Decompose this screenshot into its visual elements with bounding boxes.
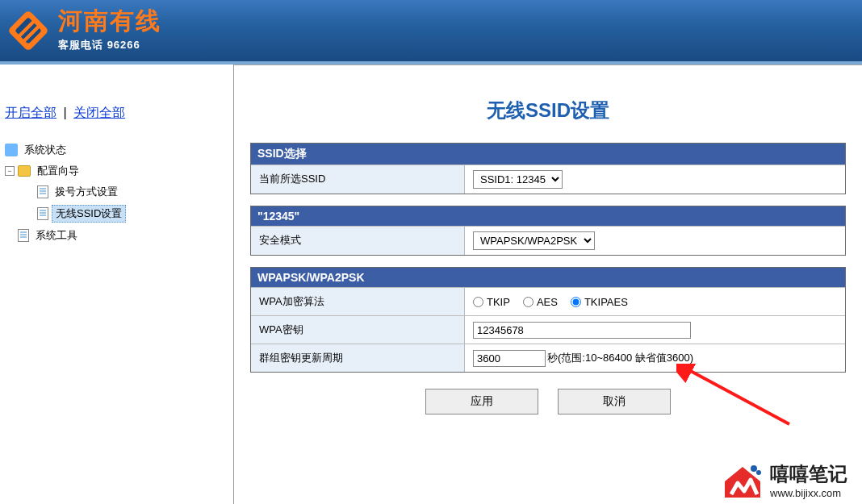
panel-heading: SSID选择 xyxy=(251,144,845,165)
row-wpa-key: WPA密钥 xyxy=(251,315,845,344)
security-mode-select[interactable]: WPAPSK/WPA2PSK xyxy=(473,231,595,250)
radio-aes[interactable]: AES xyxy=(523,296,558,308)
brand-name: 河南有线 xyxy=(58,9,161,33)
tree-item-dial[interactable]: 拨号方式设置 xyxy=(5,181,228,202)
ssid-select[interactable]: SSID1: 12345 xyxy=(473,170,563,189)
watermark-url: www.bijixx.com xyxy=(770,487,847,499)
collapse-icon[interactable]: − xyxy=(5,166,15,176)
panel-heading: "12345" xyxy=(251,206,845,226)
watermark-title: 嘻嘻笔记 xyxy=(770,461,847,487)
field-label: 当前所选SSID xyxy=(251,165,465,194)
tree-item-status[interactable]: 系统状态 xyxy=(5,140,228,160)
page-title: 无线SSID设置 xyxy=(250,98,846,123)
cancel-button[interactable]: 取消 xyxy=(558,389,671,414)
field-label: WPA加密算法 xyxy=(251,288,465,315)
rekey-interval-input[interactable] xyxy=(473,350,546,367)
content-pane: 无线SSID设置 SSID选择 当前所选SSID SSID1: 12345 "1… xyxy=(234,65,862,504)
tree-item-label: 配置向导 xyxy=(34,163,82,179)
page-icon xyxy=(18,229,29,242)
field-label: WPA密钥 xyxy=(251,316,465,344)
row-rekey-interval: 群组密钥更新周期 秒(范围:10~86400 缺省值3600) xyxy=(251,344,845,372)
radio-tkipaes[interactable]: TKIPAES xyxy=(571,296,628,308)
tree-item-ssid[interactable]: 无线SSID设置 xyxy=(5,202,228,225)
radio-tkip[interactable]: TKIP xyxy=(473,296,510,308)
page-icon xyxy=(37,185,48,198)
panel-ssid-select: SSID选择 当前所选SSID SSID1: 12345 xyxy=(250,143,846,194)
watermark-logo-icon xyxy=(722,462,764,499)
folder-icon xyxy=(18,165,31,177)
watermark: 嘻嘻笔记 www.bijixx.com xyxy=(722,461,847,499)
tree-item-label: 系统状态 xyxy=(21,142,69,158)
collapse-all-link[interactable]: 关闭全部 xyxy=(73,106,125,119)
wpa-key-input[interactable] xyxy=(473,322,691,339)
app-header: 河南有线 客服电话 96266 xyxy=(0,0,862,65)
tree-controls: 开启全部 | 关闭全部 xyxy=(5,105,228,122)
row-encryption-algo: WPA加密算法 TKIP AES TKIPAES xyxy=(251,287,845,315)
rekey-hint: 秒(范围:10~86400 缺省值3600) xyxy=(547,351,693,365)
tree-item-wizard[interactable]: − 配置向导 xyxy=(5,160,228,181)
tree-item-label: 无线SSID设置 xyxy=(52,205,126,223)
brand-logo-icon xyxy=(6,9,50,52)
row-current-ssid: 当前所选SSID SSID1: 12345 xyxy=(251,165,845,194)
page-icon xyxy=(37,207,48,220)
status-icon xyxy=(5,144,18,156)
panel-heading: WPAPSK/WPA2PSK xyxy=(251,268,845,287)
panel-security: "12345" 安全模式 WPAPSK/WPA2PSK xyxy=(250,206,846,256)
field-label: 安全模式 xyxy=(251,227,465,255)
logo: 河南有线 客服电话 96266 xyxy=(6,9,161,52)
apply-button[interactable]: 应用 xyxy=(425,389,538,414)
sidebar: 开启全部 | 关闭全部 系统状态 − 配置向导 拨号方式设置 无线SS xyxy=(0,65,234,504)
field-label: 群组密钥更新周期 xyxy=(251,344,465,372)
row-security-mode: 安全模式 WPAPSK/WPA2PSK xyxy=(251,226,845,255)
hotline: 客服电话 96266 xyxy=(58,38,161,52)
tree-item-label: 系统工具 xyxy=(32,227,81,244)
expand-all-link[interactable]: 开启全部 xyxy=(5,106,56,119)
tree-item-tools[interactable]: 系统工具 xyxy=(5,225,228,246)
button-row: 应用 取消 xyxy=(250,389,846,414)
svg-point-5 xyxy=(751,465,757,472)
tree-item-label: 拨号方式设置 xyxy=(52,184,121,200)
svg-point-6 xyxy=(756,470,761,475)
nav-tree: 系统状态 − 配置向导 拨号方式设置 无线SSID设置 系统工具 xyxy=(5,140,228,246)
panel-wpa: WPAPSK/WPA2PSK WPA加密算法 TKIP AES TKIPAES … xyxy=(250,267,846,373)
